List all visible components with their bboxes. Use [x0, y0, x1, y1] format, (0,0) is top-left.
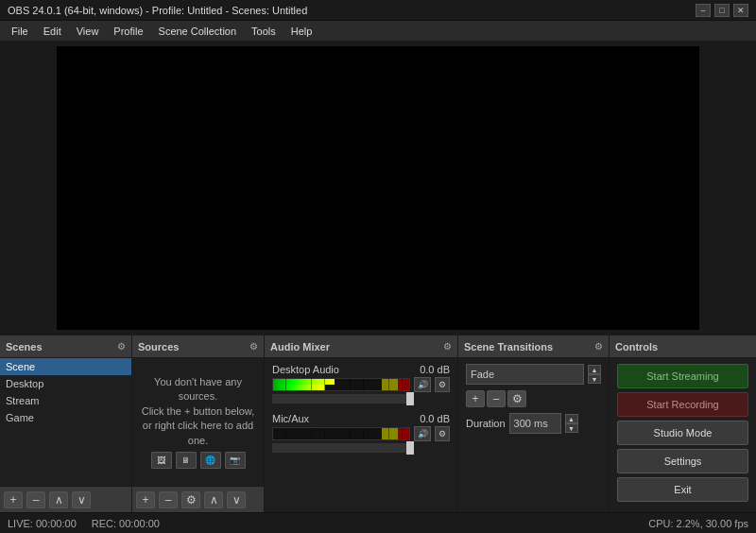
duration-label: Duration [466, 418, 506, 429]
sources-add-button[interactable]: + [136, 491, 155, 508]
audio-channel-desktop-name: Desktop Audio [272, 364, 339, 375]
scenes-panel-title: Scenes [6, 341, 43, 352]
controls-panel-header: Controls [610, 335, 756, 358]
sources-empty-text: You don't have any sources. Click the + … [142, 376, 255, 446]
sources-controls: + – ⚙ ∧ ∨ [132, 486, 264, 512]
studio-mode-button[interactable]: Studio Mode [617, 421, 748, 445]
menu-item-menu-view[interactable]: View [69, 24, 107, 39]
preview-canvas [57, 46, 699, 330]
sources-icon-row: 🖼 🖥 🌐 📷 [140, 452, 256, 469]
transition-remove-button[interactable]: – [487, 390, 506, 407]
audio-meter-mic [272, 427, 410, 440]
menu-item-menu-scene-collection[interactable]: Scene Collection [151, 24, 245, 39]
scenes-up-button[interactable]: ∧ [49, 491, 68, 508]
audio-mixer-icon: ⚙ [443, 341, 452, 352]
source-browser-icon[interactable]: 🌐 [200, 452, 221, 469]
source-image-icon[interactable]: 🖼 [151, 452, 172, 469]
scene-transitions-title: Scene Transitions [464, 341, 553, 352]
panels-row: Scenes ⚙ SceneDesktopStreamGame + – ∧ ∨ … [0, 335, 756, 512]
scene-item-desktop[interactable]: Desktop [0, 375, 131, 392]
audio-channel-desktop-header: Desktop Audio 0.0 dB [272, 364, 450, 375]
scene-transitions-icon: ⚙ [594, 341, 603, 352]
menu-item-menu-tools[interactable]: Tools [244, 24, 284, 39]
bottom-panels: Scenes ⚙ SceneDesktopStreamGame + – ∧ ∨ … [0, 335, 756, 533]
transition-type-row: Fade ▲ ▼ [466, 364, 601, 385]
desktop-audio-settings-button[interactable]: ⚙ [435, 377, 450, 392]
window-controls: – □ ✕ [696, 4, 748, 17]
minimize-button[interactable]: – [696, 4, 711, 17]
main-content: Scenes ⚙ SceneDesktopStreamGame + – ∧ ∨ … [0, 42, 756, 533]
sources-panel: Sources ⚙ You don't have any sources. Cl… [132, 335, 265, 512]
transition-add-remove-row: + – ⚙ [466, 390, 601, 407]
audio-channel-desktop-db: 0.0 dB [420, 364, 450, 375]
scenes-list: SceneDesktopStreamGame [0, 358, 131, 486]
title-text: OBS 24.0.1 (64-bit, windows) - Profile: … [8, 5, 307, 16]
preview-area [0, 42, 756, 335]
audio-mixer-header: Audio Mixer ⚙ [265, 335, 457, 358]
desktop-mute-button[interactable]: 🔊 [414, 377, 431, 392]
sources-up-button[interactable]: ∧ [204, 491, 223, 508]
audio-meter-mic-container: 🔊 ⚙ [272, 426, 450, 441]
menu-bar: FileEditViewProfileScene CollectionTools… [0, 21, 756, 42]
duration-input[interactable] [509, 413, 561, 434]
audio-meter-desktop-container: 🔊 ⚙ [272, 377, 450, 392]
duration-spin-down[interactable]: ▼ [565, 423, 578, 433]
controls-panel-title: Controls [615, 341, 658, 352]
duration-spinners: ▲ ▼ [565, 414, 578, 433]
start-streaming-button[interactable]: Start Streaming [617, 364, 748, 388]
sources-panel-icon: ⚙ [249, 341, 258, 352]
transition-settings-button[interactable]: ⚙ [507, 390, 526, 407]
duration-row: Duration ▲ ▼ [466, 413, 601, 434]
desktop-audio-volume-slider[interactable] [272, 394, 414, 404]
live-timer: LIVE: 00:00:00 [8, 518, 77, 529]
transition-add-button[interactable]: + [466, 390, 485, 407]
sources-settings-button[interactable]: ⚙ [181, 491, 200, 508]
scene-item-scene[interactable]: Scene [0, 358, 131, 375]
source-display-icon[interactable]: 🖥 [176, 452, 197, 469]
maximize-button[interactable]: □ [714, 4, 730, 17]
scenes-panel-icon: ⚙ [117, 341, 126, 352]
scene-item-stream[interactable]: Stream [0, 392, 131, 409]
mic-mute-button[interactable]: 🔊 [414, 426, 431, 441]
scenes-controls: + – ∧ ∨ [0, 486, 131, 512]
transition-spin-up[interactable]: ▲ [588, 365, 601, 374]
transition-spin-down[interactable]: ▼ [588, 374, 601, 384]
controls-content: Start Streaming Start Recording Studio M… [610, 358, 756, 512]
scene-transitions-header: Scene Transitions ⚙ [458, 335, 609, 358]
controls-panel: Controls Start Streaming Start Recording… [610, 335, 756, 512]
audio-meter-desktop [272, 378, 410, 391]
audio-mixer-title: Audio Mixer [270, 341, 330, 352]
sources-remove-button[interactable]: – [159, 491, 178, 508]
close-button[interactable]: ✕ [733, 4, 748, 17]
menu-item-menu-help[interactable]: Help [284, 24, 320, 39]
status-bar: LIVE: 00:00:00 REC: 00:00:00 CPU: 2.2%, … [0, 512, 756, 533]
audio-mixer-panel: Audio Mixer ⚙ Desktop Audio 0.0 dB [265, 335, 458, 512]
audio-channel-mic-header: Mic/Aux 0.0 dB [272, 413, 450, 424]
exit-button[interactable]: Exit [617, 477, 748, 502]
title-bar: OBS 24.0.1 (64-bit, windows) - Profile: … [0, 0, 756, 21]
menu-item-menu-profile[interactable]: Profile [106, 24, 150, 39]
settings-button[interactable]: Settings [617, 449, 748, 473]
scene-item-game[interactable]: Game [0, 409, 131, 426]
mic-audio-settings-button[interactable]: ⚙ [435, 426, 450, 441]
scenes-down-button[interactable]: ∨ [72, 491, 91, 508]
start-recording-button[interactable]: Start Recording [617, 392, 748, 417]
transition-type-select[interactable]: Fade [466, 364, 584, 385]
duration-spin-up[interactable]: ▲ [565, 414, 578, 423]
menu-item-menu-edit[interactable]: Edit [36, 24, 69, 39]
audio-channel-mic-name: Mic/Aux [272, 413, 309, 424]
scenes-remove-button[interactable]: – [26, 491, 45, 508]
sources-panel-header: Sources ⚙ [132, 335, 264, 358]
rec-timer: REC: 00:00:00 [92, 518, 160, 529]
sources-empty-area[interactable]: You don't have any sources. Click the + … [132, 358, 264, 486]
scenes-panel: Scenes ⚙ SceneDesktopStreamGame + – ∧ ∨ [0, 335, 132, 512]
menu-item-menu-file[interactable]: File [4, 24, 36, 39]
mic-volume-slider[interactable] [272, 443, 414, 453]
audio-channel-desktop: Desktop Audio 0.0 dB 🔊 [272, 364, 450, 405]
scene-transitions-content: Fade ▲ ▼ + – ⚙ Duration [458, 358, 609, 512]
audio-channel-mic: Mic/Aux 0.0 dB 🔊 [272, 413, 450, 455]
sources-down-button[interactable]: ∨ [227, 491, 246, 508]
source-camera-icon[interactable]: 📷 [225, 452, 246, 469]
scenes-add-button[interactable]: + [4, 491, 23, 508]
scenes-panel-header: Scenes ⚙ [0, 335, 131, 358]
